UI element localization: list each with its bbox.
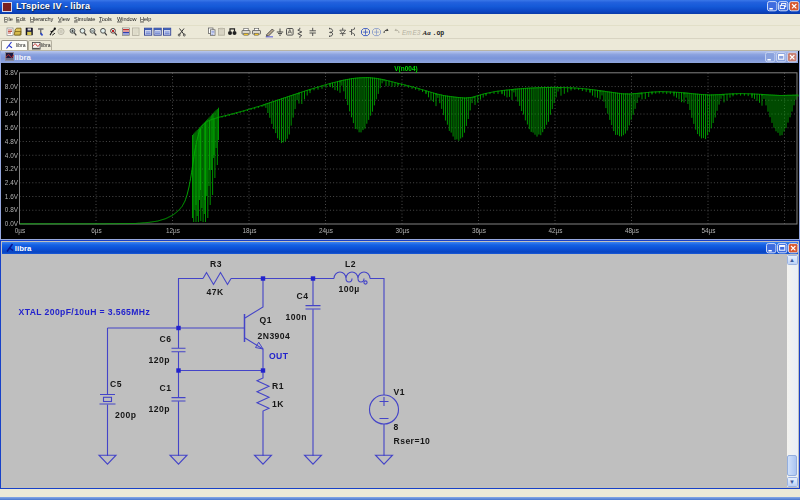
svg-text:Aa: Aa (422, 29, 432, 37)
svg-text:.op: .op (433, 30, 445, 37)
svg-text:Em: Em (402, 29, 412, 36)
svg-text:E3: E3 (413, 29, 421, 36)
